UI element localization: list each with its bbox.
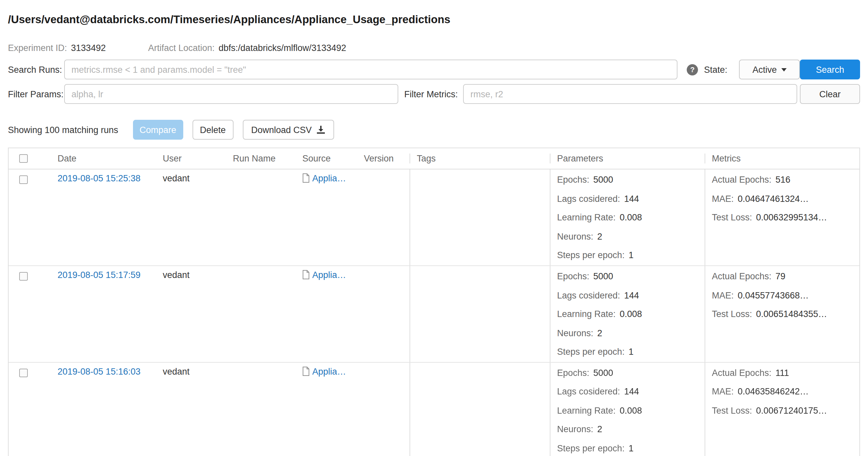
filter-params-label: Filter Params: — [8, 89, 64, 99]
notebook-icon — [302, 173, 310, 185]
kv-line: Neurons:2 — [557, 324, 699, 343]
clear-button[interactable]: Clear — [800, 84, 860, 104]
kv-line: Actual Epochs:111 — [712, 364, 854, 383]
column-header-date: Date — [51, 154, 156, 163]
kv-line: Test Loss:0.00632995134… — [712, 209, 854, 227]
column-header-source: Source — [296, 154, 357, 163]
run-source: Applia… — [296, 170, 357, 265]
kv-value: 144 — [624, 387, 639, 396]
download-csv-button[interactable]: Download CSV — [243, 120, 334, 140]
kv-value: 0.04635846242… — [738, 387, 809, 396]
run-version — [357, 170, 409, 265]
row-checkbox[interactable] — [19, 175, 28, 184]
column-header-parameters: Parameters — [550, 154, 705, 163]
kv-label: Test Loss: — [712, 212, 752, 222]
run-source-link[interactable]: Applia… — [312, 270, 346, 280]
download-csv-label: Download CSV — [251, 125, 312, 135]
run-source-link[interactable]: Applia… — [312, 366, 346, 376]
filter-metrics-input[interactable] — [463, 84, 797, 104]
kv-value: 5000 — [593, 271, 613, 281]
state-dropdown-value: Active — [752, 64, 777, 74]
showing-runs-count: Showing 100 matching runs — [8, 125, 118, 135]
kv-value: 0.04647461324… — [738, 193, 809, 204]
run-user: vedant — [163, 366, 190, 376]
state-dropdown[interactable]: Active — [739, 60, 800, 80]
experiment-id-value: 3133492 — [71, 43, 106, 53]
run-date-link[interactable]: 2019-08-05 15:17:59 — [58, 270, 141, 280]
kv-line: Epochs:5000 — [557, 267, 699, 286]
kv-line: Lags cosidered:144 — [557, 383, 699, 401]
kv-label: Epochs: — [557, 175, 589, 185]
run-tags — [409, 362, 550, 456]
kv-label: Learning Rate: — [557, 405, 616, 415]
kv-line: Steps per epoch:1 — [557, 439, 699, 456]
kv-value: 0.00632995134… — [756, 212, 827, 222]
run-parameters: Epochs:5000Lags cosidered:144Learning Ra… — [550, 170, 705, 265]
delete-button[interactable]: Delete — [192, 120, 233, 140]
kv-value: 1 — [628, 443, 633, 453]
search-button[interactable]: Search — [800, 60, 860, 80]
run-source-link[interactable]: Applia… — [312, 173, 346, 183]
column-header-tags: Tags — [409, 154, 550, 163]
kv-value: 0.008 — [620, 405, 642, 415]
help-icon[interactable]: ? — [687, 64, 698, 75]
column-header-version: Version — [357, 154, 409, 163]
kv-label: Steps per epoch: — [557, 347, 624, 357]
kv-line: Steps per epoch:1 — [557, 343, 699, 362]
run-date-link[interactable]: 2019-08-05 15:16:03 — [58, 366, 141, 376]
filter-row: Filter Params: Filter Metrics: Clear — [8, 84, 860, 104]
row-checkbox[interactable] — [19, 368, 28, 377]
kv-value: 0.00671240175… — [756, 405, 827, 415]
table-row: 2019-08-05 15:17:59 vedant Applia… Epoch… — [9, 265, 859, 362]
kv-value: 0.008 — [620, 212, 642, 222]
kv-line: Test Loss:0.00651484355… — [712, 305, 854, 324]
compare-button[interactable]: Compare — [133, 120, 183, 140]
table-row: 2019-08-05 15:16:03 vedant Applia… Epoch… — [9, 362, 859, 456]
run-name — [226, 170, 296, 265]
row-checkbox[interactable] — [19, 272, 28, 281]
kv-line: Lags cosidered:144 — [557, 286, 699, 305]
run-parameters: Epochs:5000Lags cosidered:144Learning Ra… — [550, 362, 705, 456]
artifact-location-value: dbfs:/databricks/mlflow/3133492 — [219, 43, 346, 53]
kv-value: 144 — [624, 290, 639, 300]
select-all-checkbox[interactable] — [19, 154, 28, 163]
notebook-icon — [302, 270, 310, 281]
kv-label: Actual Epochs: — [712, 368, 771, 377]
kv-value: 2 — [597, 424, 602, 434]
runs-table-body: 2019-08-05 15:25:38 vedant Applia… Epoch… — [9, 170, 859, 456]
run-tags — [409, 170, 550, 265]
kv-line: Steps per epoch:1 — [557, 246, 699, 265]
run-version — [357, 266, 409, 362]
run-user: vedant — [163, 173, 190, 183]
filter-params-input[interactable] — [64, 84, 398, 104]
run-metrics: Actual Epochs:516MAE:0.04647461324…Test … — [705, 170, 859, 265]
kv-line: Neurons:2 — [557, 227, 699, 246]
kv-line: MAE:0.04557743668… — [712, 286, 854, 305]
kv-line: Neurons:2 — [557, 420, 699, 439]
run-parameters: Epochs:5000Lags cosidered:144Learning Ra… — [550, 266, 705, 362]
run-date-link[interactable]: 2019-08-05 15:25:38 — [58, 173, 141, 183]
run-tags — [409, 266, 550, 362]
column-header-run-name: Run Name — [226, 154, 296, 163]
run-metrics: Actual Epochs:111MAE:0.04635846242…Test … — [705, 362, 859, 456]
experiment-id-label: Experiment ID: — [8, 43, 67, 53]
kv-label: Neurons: — [557, 424, 593, 434]
kv-line: Test Loss:0.00671240175… — [712, 401, 854, 420]
kv-line: Epochs:5000 — [557, 171, 699, 190]
kv-value: 144 — [624, 193, 639, 204]
kv-line: Epochs:5000 — [557, 364, 699, 383]
run-version — [357, 362, 409, 456]
runs-toolbar: Showing 100 matching runs Compare Delete… — [8, 120, 860, 140]
kv-label: Neurons: — [557, 328, 593, 338]
kv-label: Epochs: — [557, 368, 589, 377]
kv-label: Learning Rate: — [557, 212, 616, 222]
kv-label: Lags cosidered: — [557, 387, 620, 396]
kv-value: 516 — [775, 175, 790, 185]
kv-value: 111 — [775, 368, 789, 377]
kv-label: Lags cosidered: — [557, 290, 620, 300]
kv-value: 79 — [775, 271, 785, 281]
column-header-metrics: Metrics — [705, 154, 859, 163]
kv-line: Lags cosidered:144 — [557, 190, 699, 209]
search-runs-input[interactable] — [64, 60, 678, 80]
search-runs-label: Search Runs: — [8, 64, 64, 74]
